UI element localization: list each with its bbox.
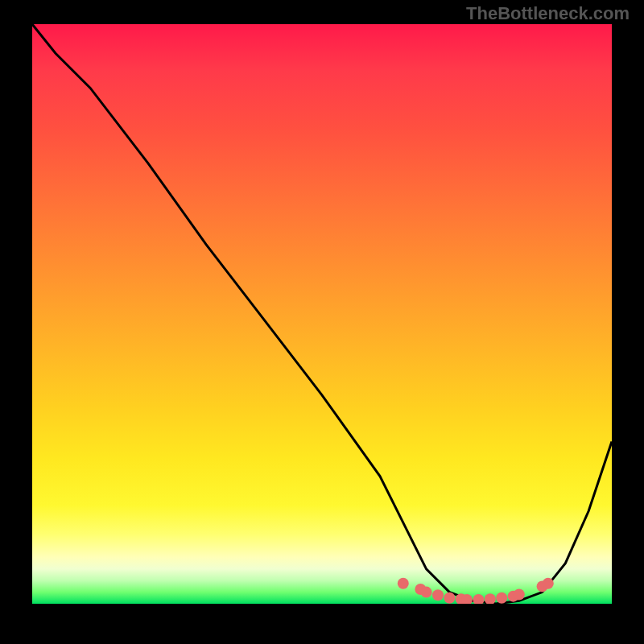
bottom-markers bbox=[398, 578, 554, 604]
chart-svg bbox=[32, 24, 612, 604]
marker-dot bbox=[543, 578, 554, 589]
marker-dot bbox=[514, 588, 525, 600]
plot-area bbox=[32, 24, 612, 604]
marker-dot bbox=[421, 587, 432, 598]
marker-dot bbox=[444, 592, 455, 604]
marker-dot bbox=[398, 578, 409, 589]
bottleneck-curve bbox=[32, 24, 612, 604]
marker-dot bbox=[485, 593, 496, 604]
marker-dot bbox=[432, 589, 444, 601]
marker-dot bbox=[496, 592, 507, 604]
watermark-text: TheBottleneck.com bbox=[466, 3, 630, 24]
marker-dot bbox=[473, 594, 484, 604]
